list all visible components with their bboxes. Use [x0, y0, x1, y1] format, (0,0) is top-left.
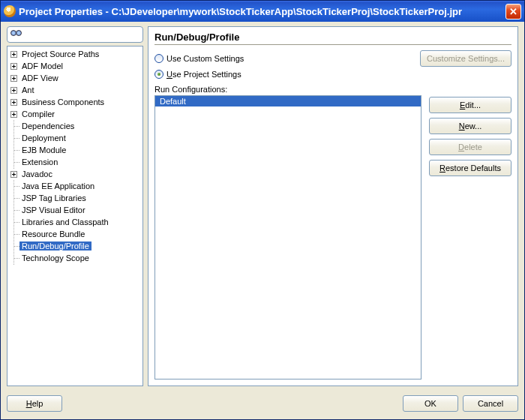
label-custom-settings[interactable]: Use Custom Settings — [166, 54, 244, 63]
tree-item[interactable]: EJB Module — [8, 144, 142, 156]
tree-connector — [10, 195, 17, 202]
tree-item-label: Libraries and Classpath — [20, 218, 111, 226]
tree-item-label: Dependencies — [20, 122, 76, 130]
app-icon — [4, 5, 16, 17]
delete-button[interactable]: Delete — [429, 139, 512, 155]
tree-item[interactable]: JSP Visual Editor — [8, 204, 142, 216]
help-button[interactable]: Help — [7, 395, 62, 412]
expand-icon[interactable] — [10, 63, 17, 70]
tree-item[interactable]: Run/Debug/Profile — [8, 240, 142, 252]
search-input[interactable] — [22, 28, 140, 41]
tree-item[interactable]: JSP Tag Libraries — [8, 192, 142, 204]
tree-item-label: JSP Tag Libraries — [20, 194, 88, 202]
tree-connector — [10, 255, 17, 262]
tree-item[interactable]: Project Source Paths — [8, 48, 142, 60]
tree-connector — [10, 159, 17, 166]
binoculars-icon — [10, 29, 22, 40]
tree-connector — [10, 243, 17, 250]
tree-item[interactable]: ADF View — [8, 72, 142, 84]
tree-item[interactable]: Javadoc — [8, 168, 142, 180]
tree-item[interactable]: Resource Bundle — [8, 228, 142, 240]
tree-connector — [10, 207, 17, 214]
run-configurations-list[interactable]: Default — [154, 95, 422, 380]
tree-item[interactable]: Ant — [8, 84, 142, 96]
tree-item[interactable]: Compiler — [8, 108, 142, 120]
tree-item-label: ADF View — [20, 74, 61, 82]
tree-item[interactable]: Java EE Application — [8, 180, 142, 192]
tree-item[interactable]: ADF Model — [8, 60, 142, 72]
tree-item-label: Resource Bundle — [20, 230, 87, 238]
tree-item[interactable]: Dependencies — [8, 120, 142, 132]
tree-item-label: Ant — [20, 86, 37, 94]
tree-item[interactable]: Technology Scope — [8, 252, 142, 264]
tree-item-label: Extension — [20, 158, 60, 166]
panel-title: Run/Debug/Profile — [154, 32, 512, 43]
tree-connector — [10, 219, 17, 226]
tree-connector — [10, 183, 17, 190]
tree-item-label: Business Components — [20, 98, 106, 106]
tree-item-label: Javadoc — [20, 170, 55, 178]
settings-panel: Run/Debug/Profile Use Custom Settings Cu… — [148, 26, 518, 386]
tree-connector — [10, 231, 17, 238]
tree-item[interactable]: Deployment — [8, 132, 142, 144]
tree-item-label: ADF Model — [20, 62, 65, 70]
tree-connector — [10, 147, 17, 154]
window-title: Project Properties - C:\JDeveloper\mywor… — [19, 6, 506, 17]
close-icon[interactable]: ✕ — [506, 4, 521, 20]
tree-item-label: Run/Debug/Profile — [20, 242, 92, 250]
ok-button[interactable]: OK — [403, 395, 458, 412]
expand-icon[interactable] — [10, 75, 17, 82]
expand-icon[interactable] — [10, 111, 17, 118]
category-tree[interactable]: Project Source PathsADF ModelADF ViewAnt… — [7, 46, 143, 386]
expand-icon[interactable] — [10, 171, 17, 178]
label-project-settings[interactable]: Use Project Settings — [166, 70, 242, 79]
tree-connector — [10, 135, 17, 142]
cancel-button[interactable]: Cancel — [463, 395, 518, 412]
tree-connector — [10, 123, 17, 130]
tree-item-label: Technology Scope — [20, 254, 92, 262]
search-row — [7, 26, 143, 43]
tree-item[interactable]: Business Components — [8, 96, 142, 108]
separator — [154, 44, 512, 46]
expand-icon[interactable] — [10, 51, 17, 58]
tree-item[interactable]: Extension — [8, 156, 142, 168]
tree-item[interactable]: Libraries and Classpath — [8, 216, 142, 228]
restore-defaults-button[interactable]: Restore Defaults — [429, 160, 512, 176]
radio-custom-settings[interactable] — [154, 54, 164, 63]
tree-item-label: JSP Visual Editor — [20, 206, 88, 214]
tree-item-label: Project Source Paths — [20, 50, 101, 58]
expand-icon[interactable] — [10, 87, 17, 94]
customize-settings-button[interactable]: Customize Settings... — [420, 50, 512, 67]
edit-button[interactable]: Edit... — [429, 97, 512, 113]
expand-icon[interactable] — [10, 99, 17, 106]
tree-item-label: Deployment — [20, 134, 68, 142]
tree-item-label: EJB Module — [20, 146, 68, 154]
titlebar[interactable]: Project Properties - C:\JDeveloper\mywor… — [1, 1, 524, 22]
new-button[interactable]: New... — [429, 118, 512, 134]
tree-item-label: Java EE Application — [20, 182, 97, 190]
tree-item-label: Compiler — [20, 110, 57, 118]
config-item[interactable]: Default — [155, 96, 421, 106]
radio-project-settings[interactable] — [154, 70, 164, 79]
run-configurations-label: Run Configurations: — [154, 85, 422, 94]
